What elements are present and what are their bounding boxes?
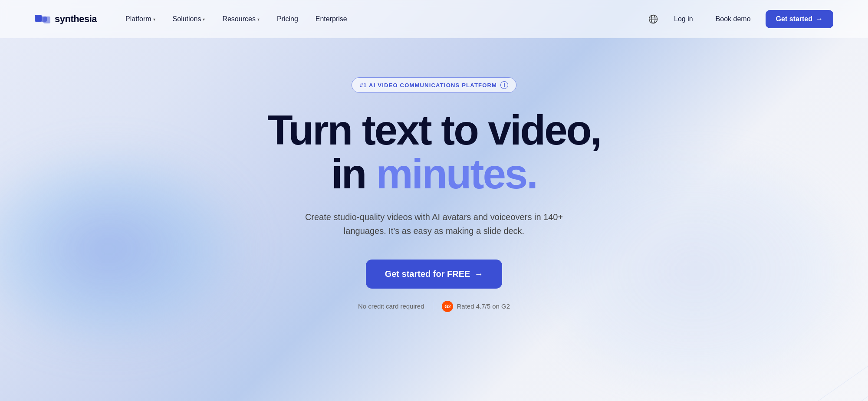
navbar: synthesia Platform ▾ Solutions ▾ Resourc… (0, 0, 868, 38)
hero-badge-text: #1 AI VIDEO COMMUNICATIONS PLATFORM (360, 82, 497, 89)
nav-item-enterprise[interactable]: Enterprise (309, 12, 354, 26)
info-icon[interactable]: i (500, 81, 508, 89)
nav-item-platform[interactable]: Platform ▾ (118, 12, 162, 26)
nav-links: Platform ▾ Solutions ▾ Resources ▾ Prici… (118, 12, 645, 26)
book-demo-button[interactable]: Book demo (706, 11, 760, 27)
hero-social-proof: No credit card required G2 Rated 4.7/5 o… (358, 301, 510, 312)
nav-right: Log in Book demo Get started → (645, 10, 833, 28)
logo-icon (35, 13, 50, 25)
hero-title: Turn text to video, in minutes. (267, 108, 601, 196)
arrow-icon: → (474, 269, 483, 279)
hero-subtitle: Create studio-quality videos with AI ava… (304, 210, 564, 238)
nav-item-resources[interactable]: Resources ▾ (215, 12, 266, 26)
globe-icon[interactable] (645, 11, 661, 27)
nav-item-solutions[interactable]: Solutions ▾ (166, 12, 212, 26)
g2-icon: G2 (442, 301, 453, 312)
hero-title-accent: minutes. (376, 151, 537, 197)
g2-rating: G2 Rated 4.7/5 on G2 (442, 301, 510, 312)
hero-badge: #1 AI VIDEO COMMUNICATIONS PLATFORM i (352, 77, 516, 93)
nav-item-pricing[interactable]: Pricing (270, 12, 305, 26)
divider (433, 302, 433, 311)
chevron-down-icon: ▾ (203, 17, 205, 22)
logo-link[interactable]: synthesia (35, 13, 97, 25)
no-credit-card-text: No credit card required (358, 302, 424, 310)
nav-get-started-button[interactable]: Get started → (766, 10, 833, 28)
svg-rect-2 (38, 16, 47, 22)
hero-section: #1 AI VIDEO COMMUNICATIONS PLATFORM i Tu… (0, 38, 868, 312)
arrow-icon: → (816, 15, 823, 23)
login-button[interactable]: Log in (666, 12, 701, 26)
page-wrapper: synthesia Platform ▾ Solutions ▾ Resourc… (0, 0, 868, 401)
hero-cta-button[interactable]: Get started for FREE → (366, 260, 503, 289)
g2-text: Rated 4.7/5 on G2 (457, 302, 510, 310)
logo-text: synthesia (55, 13, 97, 25)
chevron-down-icon: ▾ (153, 17, 155, 22)
chevron-down-icon: ▾ (257, 17, 260, 22)
